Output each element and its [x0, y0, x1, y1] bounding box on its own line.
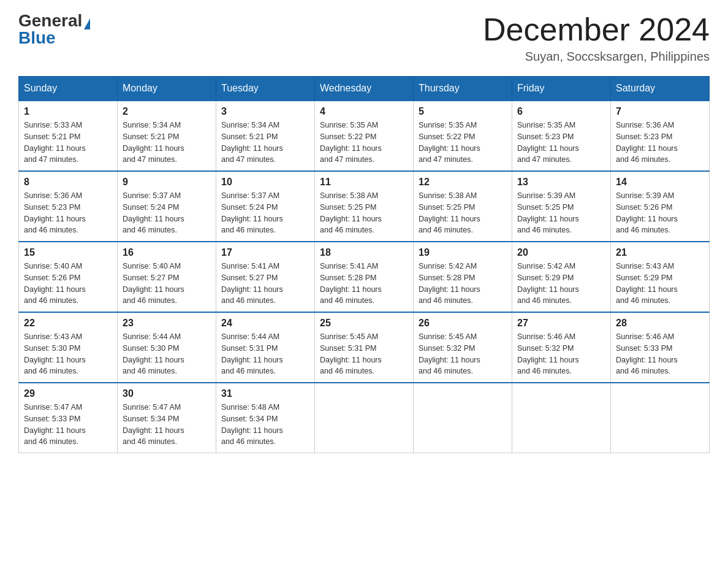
day-number: 8 — [24, 177, 112, 188]
title-block: December 2024 Suyan, Soccsksargen, Phili… — [483, 12, 710, 64]
table-row: 19 Sunrise: 5:42 AM Sunset: 5:28 PM Dayl… — [414, 242, 512, 312]
table-row: 31 Sunrise: 5:48 AM Sunset: 5:34 PM Dayl… — [216, 383, 315, 453]
table-row: 24 Sunrise: 5:44 AM Sunset: 5:31 PM Dayl… — [216, 312, 315, 383]
table-row — [512, 383, 611, 453]
table-row: 16 Sunrise: 5:40 AM Sunset: 5:27 PM Dayl… — [118, 242, 216, 312]
table-row: 10 Sunrise: 5:37 AM Sunset: 5:24 PM Dayl… — [216, 171, 315, 242]
day-info: Sunrise: 5:35 AM Sunset: 5:23 PM Dayligh… — [517, 120, 605, 166]
calendar-table: Sunday Monday Tuesday Wednesday Thursday… — [18, 76, 710, 453]
col-saturday: Saturday — [611, 77, 710, 101]
day-number: 12 — [419, 177, 507, 188]
day-info: Sunrise: 5:36 AM Sunset: 5:23 PM Dayligh… — [24, 190, 112, 236]
day-number: 30 — [123, 388, 211, 399]
col-wednesday: Wednesday — [315, 77, 414, 101]
day-info: Sunrise: 5:38 AM Sunset: 5:25 PM Dayligh… — [419, 190, 507, 236]
table-row: 5 Sunrise: 5:35 AM Sunset: 5:22 PM Dayli… — [414, 101, 512, 171]
table-row: 25 Sunrise: 5:45 AM Sunset: 5:31 PM Dayl… — [315, 312, 414, 383]
day-number: 22 — [24, 318, 112, 329]
table-row: 20 Sunrise: 5:42 AM Sunset: 5:29 PM Dayl… — [512, 242, 611, 312]
day-number: 20 — [517, 247, 605, 258]
day-info: Sunrise: 5:45 AM Sunset: 5:32 PM Dayligh… — [419, 331, 507, 377]
page-header: General Blue December 2024 Suyan, Soccsk… — [18, 12, 710, 64]
col-friday: Friday — [512, 77, 611, 101]
table-row: 21 Sunrise: 5:43 AM Sunset: 5:29 PM Dayl… — [611, 242, 710, 312]
day-number: 5 — [419, 106, 507, 117]
day-info: Sunrise: 5:40 AM Sunset: 5:27 PM Dayligh… — [123, 261, 211, 307]
table-row: 8 Sunrise: 5:36 AM Sunset: 5:23 PM Dayli… — [19, 171, 118, 242]
table-row: 29 Sunrise: 5:47 AM Sunset: 5:33 PM Dayl… — [19, 383, 118, 453]
table-row: 7 Sunrise: 5:36 AM Sunset: 5:23 PM Dayli… — [611, 101, 710, 171]
day-info: Sunrise: 5:35 AM Sunset: 5:22 PM Dayligh… — [320, 120, 408, 166]
logo-triangle-icon — [84, 18, 90, 29]
day-info: Sunrise: 5:41 AM Sunset: 5:27 PM Dayligh… — [221, 261, 309, 307]
location-text: Suyan, Soccsksargen, Philippines — [483, 50, 710, 64]
table-row — [611, 383, 710, 453]
day-number: 13 — [517, 177, 605, 188]
day-number: 29 — [24, 388, 112, 399]
day-info: Sunrise: 5:39 AM Sunset: 5:26 PM Dayligh… — [616, 190, 704, 236]
logo-general-text: General — [18, 11, 82, 30]
day-info: Sunrise: 5:48 AM Sunset: 5:34 PM Dayligh… — [221, 402, 309, 448]
table-row: 27 Sunrise: 5:46 AM Sunset: 5:32 PM Dayl… — [512, 312, 611, 383]
day-number: 18 — [320, 247, 408, 258]
col-sunday: Sunday — [19, 77, 118, 101]
day-number: 15 — [24, 247, 112, 258]
day-info: Sunrise: 5:44 AM Sunset: 5:30 PM Dayligh… — [123, 331, 211, 377]
day-info: Sunrise: 5:35 AM Sunset: 5:22 PM Dayligh… — [419, 120, 507, 166]
day-info: Sunrise: 5:42 AM Sunset: 5:28 PM Dayligh… — [419, 261, 507, 307]
day-number: 19 — [419, 247, 507, 258]
day-info: Sunrise: 5:33 AM Sunset: 5:21 PM Dayligh… — [24, 120, 112, 166]
table-row: 2 Sunrise: 5:34 AM Sunset: 5:21 PM Dayli… — [118, 101, 216, 171]
day-number: 14 — [616, 177, 704, 188]
day-number: 10 — [221, 177, 309, 188]
table-row: 17 Sunrise: 5:41 AM Sunset: 5:27 PM Dayl… — [216, 242, 315, 312]
table-row: 23 Sunrise: 5:44 AM Sunset: 5:30 PM Dayl… — [118, 312, 216, 383]
table-row: 15 Sunrise: 5:40 AM Sunset: 5:26 PM Dayl… — [19, 242, 118, 312]
day-info: Sunrise: 5:47 AM Sunset: 5:33 PM Dayligh… — [24, 402, 112, 448]
table-row: 26 Sunrise: 5:45 AM Sunset: 5:32 PM Dayl… — [414, 312, 512, 383]
day-info: Sunrise: 5:42 AM Sunset: 5:29 PM Dayligh… — [517, 261, 605, 307]
day-number: 21 — [616, 247, 704, 258]
col-tuesday: Tuesday — [216, 77, 315, 101]
day-number: 23 — [123, 318, 211, 329]
table-row: 18 Sunrise: 5:41 AM Sunset: 5:28 PM Dayl… — [315, 242, 414, 312]
table-row: 13 Sunrise: 5:39 AM Sunset: 5:25 PM Dayl… — [512, 171, 611, 242]
day-number: 9 — [123, 177, 211, 188]
day-number: 1 — [24, 106, 112, 117]
day-number: 31 — [221, 388, 309, 399]
day-info: Sunrise: 5:39 AM Sunset: 5:25 PM Dayligh… — [517, 190, 605, 236]
day-info: Sunrise: 5:46 AM Sunset: 5:33 PM Dayligh… — [616, 331, 704, 377]
col-thursday: Thursday — [414, 77, 512, 101]
day-info: Sunrise: 5:45 AM Sunset: 5:31 PM Dayligh… — [320, 331, 408, 377]
table-row: 30 Sunrise: 5:47 AM Sunset: 5:34 PM Dayl… — [118, 383, 216, 453]
day-number: 27 — [517, 318, 605, 329]
day-info: Sunrise: 5:37 AM Sunset: 5:24 PM Dayligh… — [221, 190, 309, 236]
day-number: 11 — [320, 177, 408, 188]
day-number: 26 — [419, 318, 507, 329]
table-row: 12 Sunrise: 5:38 AM Sunset: 5:25 PM Dayl… — [414, 171, 512, 242]
logo-line2: Blue — [18, 29, 56, 47]
table-row: 1 Sunrise: 5:33 AM Sunset: 5:21 PM Dayli… — [19, 101, 118, 171]
calendar-header-row: Sunday Monday Tuesday Wednesday Thursday… — [19, 77, 710, 101]
table-row: 4 Sunrise: 5:35 AM Sunset: 5:22 PM Dayli… — [315, 101, 414, 171]
day-info: Sunrise: 5:43 AM Sunset: 5:29 PM Dayligh… — [616, 261, 704, 307]
day-number: 4 — [320, 106, 408, 117]
table-row: 11 Sunrise: 5:38 AM Sunset: 5:25 PM Dayl… — [315, 171, 414, 242]
table-row: 3 Sunrise: 5:34 AM Sunset: 5:21 PM Dayli… — [216, 101, 315, 171]
calendar-week-row: 15 Sunrise: 5:40 AM Sunset: 5:26 PM Dayl… — [19, 242, 710, 312]
day-info: Sunrise: 5:34 AM Sunset: 5:21 PM Dayligh… — [221, 120, 309, 166]
day-info: Sunrise: 5:38 AM Sunset: 5:25 PM Dayligh… — [320, 190, 408, 236]
day-info: Sunrise: 5:34 AM Sunset: 5:21 PM Dayligh… — [123, 120, 211, 166]
day-number: 3 — [221, 106, 309, 117]
col-monday: Monday — [118, 77, 216, 101]
logo: General Blue — [18, 12, 90, 47]
day-number: 16 — [123, 247, 211, 258]
day-info: Sunrise: 5:40 AM Sunset: 5:26 PM Dayligh… — [24, 261, 112, 307]
day-number: 28 — [616, 318, 704, 329]
day-info: Sunrise: 5:46 AM Sunset: 5:32 PM Dayligh… — [517, 331, 605, 377]
day-info: Sunrise: 5:36 AM Sunset: 5:23 PM Dayligh… — [616, 120, 704, 166]
day-info: Sunrise: 5:37 AM Sunset: 5:24 PM Dayligh… — [123, 190, 211, 236]
month-title: December 2024 — [483, 12, 710, 47]
table-row: 9 Sunrise: 5:37 AM Sunset: 5:24 PM Dayli… — [118, 171, 216, 242]
table-row: 6 Sunrise: 5:35 AM Sunset: 5:23 PM Dayli… — [512, 101, 611, 171]
